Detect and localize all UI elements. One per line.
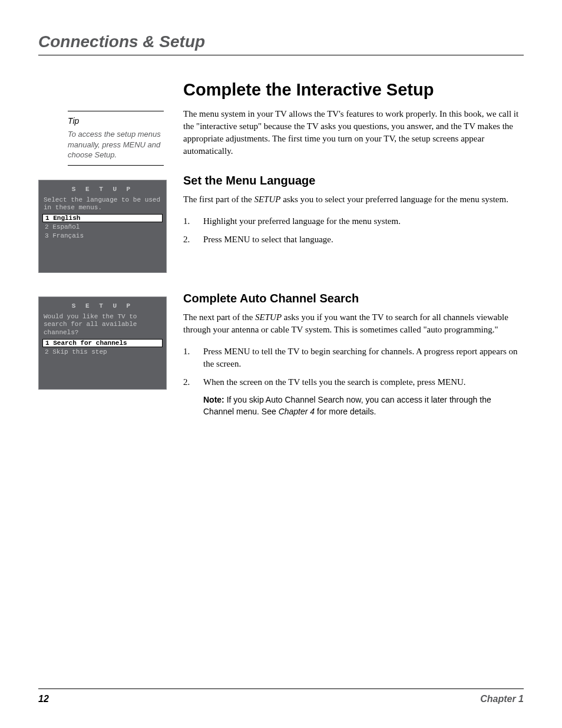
intro-paragraph: The menu system in your TV allows the TV…: [183, 108, 524, 157]
setup-screen-title: S E T U P: [39, 180, 166, 196]
step-item: Highlight your preferred language for th…: [183, 215, 524, 228]
main-heading: Complete the Interactive Setup: [183, 80, 524, 100]
tip-text: To access the setup menus manually, pres…: [68, 129, 164, 160]
step-item: Press MENU to select that language.: [183, 233, 524, 246]
step-item: When the screen on the TV tells you the …: [183, 376, 524, 388]
note-paragraph: Note: If you skip Auto Channel Search no…: [183, 394, 524, 417]
auto-channel-heading: Complete Auto Channel Search: [183, 292, 524, 305]
setup-option: 3 Français: [39, 232, 166, 241]
setup-option-selected: 1 Search for channels: [42, 339, 163, 347]
tip-box: Tip To access the setup menus manually, …: [68, 111, 164, 166]
setup-screen-title: S E T U P: [39, 297, 166, 313]
setup-option-selected: 1 English: [42, 214, 163, 222]
setup-option: 2 Español: [39, 223, 166, 232]
setup-prompt: Would you like the TV to search for all …: [39, 313, 166, 338]
page-number: 12: [38, 694, 49, 704]
menu-language-paragraph: The first part of the SETUP asks you to …: [183, 193, 524, 206]
setup-prompt: Select the language to be used in these …: [39, 196, 166, 214]
auto-channel-steps: Press MENU to tell the TV to begin searc…: [183, 345, 524, 388]
menu-language-heading: Set the Menu Language: [183, 174, 524, 187]
setup-language-screen: S E T U P Select the language to be used…: [38, 180, 167, 273]
left-column: Tip To access the setup menus manually, …: [38, 80, 173, 689]
auto-channel-paragraph: The next part of the SETUP asks you if y…: [183, 311, 524, 336]
page-header: Connections & Setup: [38, 32, 524, 55]
step-item: Press MENU to tell the TV to begin searc…: [183, 345, 524, 370]
menu-language-steps: Highlight your preferred language for th…: [183, 215, 524, 246]
chapter-reference: Chapter 1: [480, 694, 524, 704]
page-footer: 12 Chapter 1: [38, 689, 524, 704]
setup-channel-screen: S E T U P Would you like the TV to searc…: [38, 297, 167, 390]
tip-label: Tip: [68, 116, 164, 126]
setup-option: 2 Skip this step: [39, 348, 166, 357]
right-column: Complete the Interactive Setup The menu …: [183, 80, 524, 689]
